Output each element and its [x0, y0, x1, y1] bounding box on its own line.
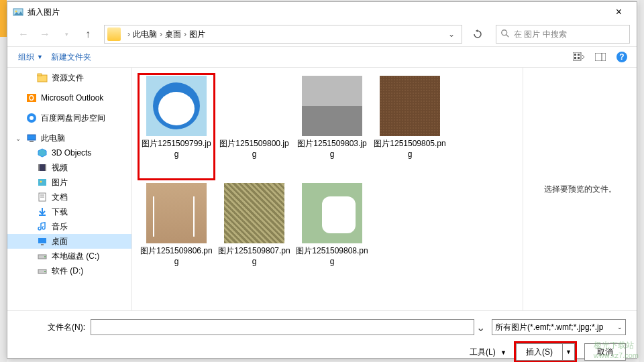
file-name: 图片1251509806.png [140, 246, 213, 267]
svg-rect-31 [41, 244, 44, 245]
svg-text:O: O [29, 95, 34, 102]
pc-icon [26, 133, 37, 143]
folder-icon [107, 27, 121, 41]
file-item[interactable]: 图片1251509807.png [215, 180, 293, 288]
new-folder-button[interactable]: 新建文件夹 [47, 49, 95, 66]
file-name: 图片1251509803.jpg [296, 139, 368, 160]
3d-icon [37, 147, 48, 158]
svg-point-25 [40, 181, 42, 183]
search-placeholder: 在 图片 中搜索 [514, 29, 567, 40]
breadcrumb-item[interactable]: 此电脑 [133, 29, 157, 40]
dialog-title: 插入图片 [28, 7, 604, 18]
search-input[interactable]: 在 图片 中搜索 [496, 25, 630, 44]
sidebar-item-label: 桌面 [52, 236, 68, 247]
sidebar-item-label: 此电脑 [41, 133, 65, 144]
breadcrumb[interactable]: › 此电脑 › 桌面 › 图片 ⌄ [104, 25, 462, 44]
svg-point-33 [44, 256, 46, 257]
dialog-body: 资源文件OMicrosoft Outlook百度网盘同步空间⌄此电脑3D Obj… [7, 68, 637, 310]
app-right-edge [639, 0, 644, 362]
sidebar-item-label: 下载 [52, 206, 68, 218]
file-item[interactable]: 图片1251509806.png [138, 180, 215, 288]
cancel-button[interactable]: 取消 [584, 343, 626, 361]
back-button[interactable]: ← [14, 25, 33, 44]
chevron-down-icon: ▼ [500, 349, 506, 356]
music-icon [37, 221, 48, 232]
insert-button-group: 插入(S) ▼ [516, 343, 575, 361]
svg-rect-30 [38, 238, 46, 243]
baidu-icon [26, 113, 37, 123]
sidebar-item-drive[interactable]: 本地磁盘 (C:) [7, 249, 131, 263]
svg-point-2 [502, 29, 507, 35]
sidebar-item-desktop[interactable]: 桌面 [7, 234, 131, 249]
sidebar-item-drive[interactable]: 软件 (D:) [7, 263, 131, 278]
download-icon [37, 206, 48, 217]
file-thumbnail [224, 183, 284, 243]
svg-point-18 [30, 116, 34, 120]
svg-rect-19 [28, 135, 36, 140]
svg-rect-7 [574, 57, 576, 59]
sidebar-item-docs[interactable]: 文档 [7, 190, 131, 204]
navbar: ← → ▾ ↑ › 此电脑 › 桌面 › 图片 ⌄ 在 图片 中搜索 [7, 22, 637, 46]
file-name: 图片1251509807.png [218, 246, 290, 267]
filename-input[interactable] [91, 319, 474, 335]
sidebar-item-outlook[interactable]: OMicrosoft Outlook [7, 90, 131, 105]
svg-text:?: ? [619, 52, 624, 62]
svg-rect-14 [38, 74, 42, 76]
titlebar: 插入图片 × [7, 2, 637, 22]
insert-button[interactable]: 插入(S) [517, 344, 562, 360]
file-item[interactable]: 图片1251509808.png [293, 180, 371, 288]
view-options-button[interactable] [571, 49, 587, 65]
dialog-icon [13, 7, 23, 17]
sidebar-item-pc[interactable]: ⌄此电脑 [7, 131, 131, 145]
sidebar: 资源文件OMicrosoft Outlook百度网盘同步空间⌄此电脑3D Obj… [7, 68, 132, 310]
breadcrumb-dropdown[interactable]: ⌄ [444, 29, 459, 39]
svg-rect-23 [45, 164, 46, 171]
tools-button[interactable]: 工具(L) ▼ [470, 347, 506, 358]
svg-rect-22 [38, 164, 40, 171]
close-button[interactable]: × [604, 2, 634, 22]
sidebar-item-pics[interactable]: 图片 [7, 175, 131, 190]
preview-placeholder: 选择要预览的文件。 [544, 184, 616, 195]
organize-button[interactable]: 组织 ▼ [14, 49, 47, 66]
sidebar-item-baidu[interactable]: 百度网盘同步空间 [7, 111, 131, 125]
recent-dropdown[interactable]: ▾ [57, 25, 76, 44]
file-item[interactable]: 图片1251509800.jpg [215, 73, 293, 180]
sidebar-item-label: 3D Objects [52, 148, 91, 158]
sidebar-item-label: 百度网盘同步空间 [41, 113, 105, 124]
file-item[interactable]: 图片1251509805.png [371, 73, 449, 180]
filename-row: 文件名(N): ⌄ 所有图片(*.emf;*.wmf;*.jpg;*.jp ⌄ [18, 319, 626, 335]
svg-rect-5 [574, 54, 576, 56]
sidebar-item-3d[interactable]: 3D Objects [7, 145, 131, 160]
preview-pane-button[interactable] [592, 49, 608, 65]
breadcrumb-item[interactable]: 桌面 [165, 29, 181, 40]
svg-rect-4 [573, 52, 581, 60]
sidebar-item-music[interactable]: 音乐 [7, 219, 131, 234]
main-area: 图片1251509799.jpg图片1251509800.jpg图片125150… [132, 68, 637, 310]
folder-icon [37, 72, 48, 83]
filetype-combo[interactable]: 所有图片(*.emf;*.wmf;*.jpg;*.jp ⌄ [492, 319, 626, 335]
help-button[interactable]: ? [614, 49, 630, 65]
svg-rect-9 [595, 53, 606, 61]
sidebar-item-download[interactable]: 下载 [7, 204, 131, 219]
file-name: 图片1251509808.png [296, 246, 368, 267]
insert-picture-dialog: 插入图片 × ← → ▾ ↑ › 此电脑 › 桌面 › 图片 ⌄ 在 图片 中 [7, 1, 637, 359]
forward-button[interactable]: → [36, 25, 54, 44]
insert-dropdown[interactable]: ▼ [562, 344, 574, 360]
file-item[interactable]: 图片1251509803.jpg [293, 73, 371, 180]
breadcrumb-sep: › [127, 29, 130, 39]
filename-dropdown[interactable]: ⌄ [474, 321, 486, 334]
up-button[interactable]: ↑ [78, 25, 97, 44]
search-icon [500, 29, 510, 40]
file-thumbnail [380, 76, 440, 136]
refresh-button[interactable] [469, 25, 486, 43]
sidebar-item-label: 图片 [52, 177, 68, 188]
file-name: 图片1251509805.png [374, 139, 446, 160]
toolbar: 组织 ▼ 新建文件夹 ? [7, 46, 637, 68]
sidebar-item-folder[interactable]: 资源文件 [7, 70, 131, 85]
sidebar-item-video[interactable]: 视频 [7, 160, 131, 175]
file-thumbnail [302, 183, 362, 243]
file-item[interactable]: 图片1251509799.jpg [138, 73, 215, 180]
svg-rect-6 [578, 54, 580, 56]
video-icon [37, 162, 48, 173]
breadcrumb-item[interactable]: 图片 [189, 29, 205, 40]
